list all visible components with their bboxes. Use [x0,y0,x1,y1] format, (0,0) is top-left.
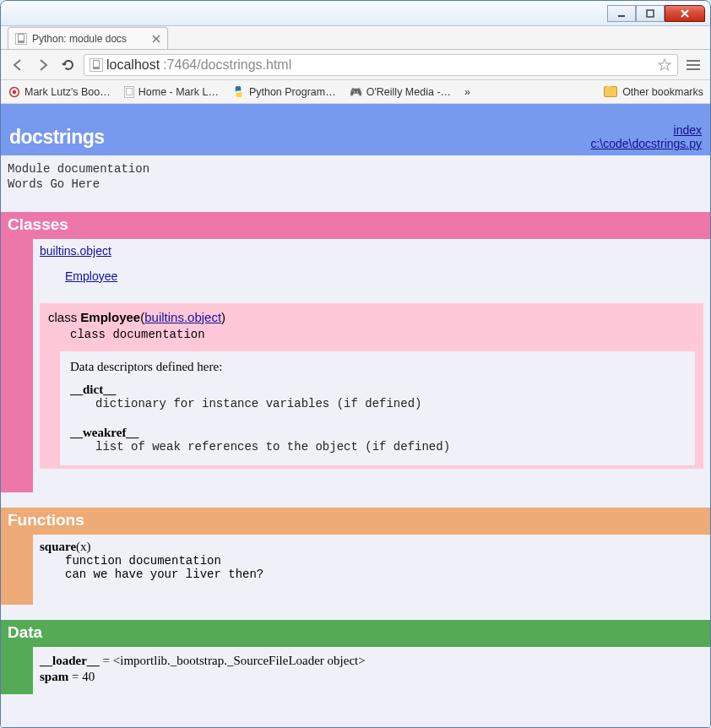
index-link[interactable]: index [590,123,702,137]
minimize-button[interactable] [607,5,636,22]
data-item: __loader__ = <importlib._bootstrap._Sour… [40,654,703,668]
svg-rect-1 [647,10,654,17]
descriptor-doc: list of weak references to the object (i… [70,440,688,454]
close-button[interactable] [665,5,705,22]
class-docstring: class documentation [48,324,695,346]
chevron-right-icon: » [464,86,470,98]
class-base-link[interactable]: builtins.object [40,244,111,258]
section-content: __loader__ = <importlib._bootstrap._Sour… [33,647,710,694]
descriptors-heading: Data descriptors defined here: [70,360,688,374]
site-icon [90,58,103,72]
bookmark-item[interactable]: Python Program… [232,85,336,98]
bookmarks-overflow-button[interactable]: » [464,86,470,98]
class-link[interactable]: Employee [65,269,117,283]
other-bookmarks-button[interactable]: Other bookmarks [604,86,703,98]
forward-button[interactable] [33,55,53,75]
bookmark-star-icon[interactable] [657,57,672,73]
bookmark-item[interactable]: ⦿ Mark Lutz's Boo… [8,85,111,98]
url-host: localhost [106,57,160,73]
section-heading: Classes [1,212,710,239]
class-signature: class Employee(builtins.object) [48,310,695,324]
descriptor-name: __dict__ [70,383,688,397]
bookmark-label: O'Reilly Media -… [366,86,451,98]
function-docstring: function documentation can we have your … [40,554,703,581]
section-content: builtins.object Employee class Employee(… [33,239,710,492]
bookmark-label: Mark Lutz's Boo… [24,86,111,98]
browser-toolbar: localhost:7464/docstrings.html [1,50,710,80]
other-bookmarks-label: Other bookmarks [622,86,703,98]
bookmark-item[interactable]: 🎮 O'Reilly Media -… [350,85,451,98]
tab-strip: Python: module docs [1,26,710,50]
bookmark-label: Python Program… [249,86,336,98]
bookmark-label: Home - Mark L… [138,86,219,98]
bookmark-item[interactable]: Home - Mark L… [124,86,219,98]
folder-icon [604,86,617,97]
tab-close-button[interactable] [150,33,162,45]
class-color-bar [48,351,60,465]
section-content: square(x) function documentation can we … [33,535,710,605]
reload-button[interactable] [58,55,79,75]
browser-tab[interactable]: Python: module docs [8,27,168,49]
section-color-bar [1,535,33,605]
bookmarks-bar: ⦿ Mark Lutz's Boo… Home - Mark L… Python… [1,80,710,104]
page-content[interactable]: docstrings index c:\code\docstrings.py M… [1,104,710,727]
classes-section: Classes builtins.object Employee class E… [1,212,710,492]
page-icon [15,33,27,45]
page-icon [124,86,134,98]
tab-title: Python: module docs [32,33,127,45]
module-links: index c:\code\docstrings.py [590,123,702,150]
descriptor-doc: dictionary for instance variables (if de… [70,397,688,410]
section-heading: Data [1,620,710,647]
section-color-bar [1,647,33,694]
module-docstring: Module documentation Words Go Here [1,155,710,197]
url-path: :7464/docstrings.html [163,57,291,73]
class-descriptors: Data descriptors defined here: __dict__ … [60,351,695,465]
data-item: spam = 40 [40,670,703,684]
menu-button[interactable] [683,55,703,75]
bookmark-icon: ⦿ [8,85,20,98]
source-path-link[interactable]: c:\code\docstrings.py [590,137,702,150]
class-detail-block: class Employee(builtins.object) class do… [40,303,703,469]
descriptor-name: __weakref__ [70,426,688,440]
address-bar[interactable]: localhost:7464/docstrings.html [84,54,678,76]
python-icon [232,85,245,98]
class-base-link[interactable]: builtins.object [144,310,221,324]
maximize-button[interactable] [636,5,665,22]
section-color-bar [1,239,33,492]
bookmark-icon: 🎮 [350,85,362,98]
browser-window: Python: module docs localhost:7464/docst… [0,0,711,728]
module-header: docstrings index c:\code\docstrings.py [1,104,710,155]
os-titlebar [1,1,710,26]
functions-section: Functions square(x) function documentati… [1,508,710,605]
back-button[interactable] [8,55,28,75]
function-signature: square(x) [40,540,703,554]
section-heading: Functions [1,508,710,535]
viewport: docstrings index c:\code\docstrings.py M… [1,104,710,727]
window-controls [607,5,705,22]
data-section: Data __loader__ = <importlib._bootstrap.… [1,620,710,694]
